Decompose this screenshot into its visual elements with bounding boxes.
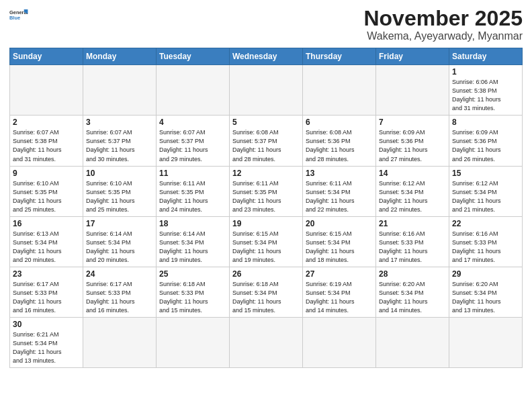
day-number: 21 bbox=[379, 219, 446, 228]
page: GeneralBlue November 2025 Wakema, Ayeyar… bbox=[0, 0, 532, 411]
day-number: 14 bbox=[379, 169, 446, 178]
day-info: Sunrise: 6:11 AM Sunset: 5:34 PM Dayligh… bbox=[306, 179, 373, 214]
week-row-4: 23Sunrise: 6:17 AM Sunset: 5:33 PM Dayli… bbox=[10, 267, 523, 317]
day-info: Sunrise: 6:21 AM Sunset: 5:34 PM Dayligh… bbox=[13, 330, 80, 365]
calendar-cell bbox=[376, 318, 449, 368]
calendar-cell: 14Sunrise: 6:12 AM Sunset: 5:34 PM Dayli… bbox=[376, 166, 449, 216]
calendar-cell bbox=[83, 65, 157, 116]
logo-icon: GeneralBlue bbox=[9, 7, 31, 23]
calendar-cell: 10Sunrise: 6:10 AM Sunset: 5:35 PM Dayli… bbox=[83, 166, 157, 216]
day-info: Sunrise: 6:18 AM Sunset: 5:33 PM Dayligh… bbox=[159, 280, 226, 315]
day-info: Sunrise: 6:16 AM Sunset: 5:33 PM Dayligh… bbox=[379, 230, 446, 265]
month-year-title: November 2025 bbox=[363, 7, 523, 30]
day-info: Sunrise: 6:07 AM Sunset: 5:37 PM Dayligh… bbox=[86, 128, 153, 163]
day-number: 22 bbox=[452, 219, 519, 228]
day-number: 7 bbox=[379, 118, 446, 127]
day-number: 8 bbox=[452, 118, 519, 127]
calendar-cell bbox=[83, 318, 157, 368]
day-number: 9 bbox=[13, 169, 80, 178]
calendar-cell: 20Sunrise: 6:15 AM Sunset: 5:34 PM Dayli… bbox=[303, 216, 376, 267]
day-number: 6 bbox=[306, 118, 373, 127]
calendar-cell: 9Sunrise: 6:10 AM Sunset: 5:35 PM Daylig… bbox=[10, 166, 83, 216]
calendar-cell: 24Sunrise: 6:17 AM Sunset: 5:33 PM Dayli… bbox=[83, 267, 157, 317]
header: GeneralBlue November 2025 Wakema, Ayeyar… bbox=[9, 7, 523, 42]
calendar-cell bbox=[303, 318, 376, 368]
day-number: 10 bbox=[86, 169, 153, 178]
calendar-cell: 18Sunrise: 6:14 AM Sunset: 5:34 PM Dayli… bbox=[157, 216, 230, 267]
calendar-cell bbox=[230, 318, 303, 368]
day-info: Sunrise: 6:15 AM Sunset: 5:34 PM Dayligh… bbox=[306, 230, 373, 265]
day-info: Sunrise: 6:12 AM Sunset: 5:34 PM Dayligh… bbox=[452, 179, 519, 214]
weekday-header-monday: Monday bbox=[83, 48, 157, 65]
calendar-cell: 15Sunrise: 6:12 AM Sunset: 5:34 PM Dayli… bbox=[449, 166, 523, 216]
calendar-cell bbox=[157, 318, 230, 368]
day-number: 17 bbox=[86, 219, 153, 228]
day-info: Sunrise: 6:13 AM Sunset: 5:34 PM Dayligh… bbox=[13, 230, 80, 265]
weekday-row: SundayMondayTuesdayWednesdayThursdayFrid… bbox=[10, 48, 523, 65]
calendar-cell: 11Sunrise: 6:11 AM Sunset: 5:35 PM Dayli… bbox=[157, 166, 230, 216]
calendar-cell bbox=[230, 65, 303, 116]
logo: GeneralBlue bbox=[9, 7, 31, 23]
calendar-cell: 27Sunrise: 6:19 AM Sunset: 5:34 PM Dayli… bbox=[303, 267, 376, 317]
week-row-5: 30Sunrise: 6:21 AM Sunset: 5:34 PM Dayli… bbox=[10, 318, 523, 368]
day-number: 11 bbox=[159, 169, 226, 178]
weekday-header-wednesday: Wednesday bbox=[230, 48, 303, 65]
day-number: 25 bbox=[159, 269, 226, 279]
calendar-cell bbox=[303, 65, 376, 116]
calendar-cell: 25Sunrise: 6:18 AM Sunset: 5:33 PM Dayli… bbox=[157, 267, 230, 317]
day-info: Sunrise: 6:07 AM Sunset: 5:38 PM Dayligh… bbox=[13, 128, 80, 163]
calendar-cell bbox=[10, 65, 83, 116]
calendar-cell: 21Sunrise: 6:16 AM Sunset: 5:33 PM Dayli… bbox=[376, 216, 449, 267]
calendar-cell: 6Sunrise: 6:08 AM Sunset: 5:36 PM Daylig… bbox=[303, 116, 376, 166]
calendar-cell: 30Sunrise: 6:21 AM Sunset: 5:34 PM Dayli… bbox=[10, 318, 83, 368]
calendar-table: SundayMondayTuesdayWednesdayThursdayFrid… bbox=[9, 48, 523, 368]
day-info: Sunrise: 6:15 AM Sunset: 5:34 PM Dayligh… bbox=[232, 230, 300, 265]
calendar-cell: 23Sunrise: 6:17 AM Sunset: 5:33 PM Dayli… bbox=[10, 267, 83, 317]
day-info: Sunrise: 6:17 AM Sunset: 5:33 PM Dayligh… bbox=[86, 280, 153, 315]
day-number: 2 bbox=[13, 118, 80, 127]
calendar-cell: 29Sunrise: 6:20 AM Sunset: 5:34 PM Dayli… bbox=[449, 267, 523, 317]
day-info: Sunrise: 6:18 AM Sunset: 5:34 PM Dayligh… bbox=[232, 280, 300, 315]
location-subtitle: Wakema, Ayeyarwady, Myanmar bbox=[363, 30, 523, 42]
calendar-cell bbox=[376, 65, 449, 116]
day-number: 23 bbox=[13, 269, 80, 279]
day-info: Sunrise: 6:11 AM Sunset: 5:35 PM Dayligh… bbox=[232, 179, 300, 214]
day-number: 20 bbox=[306, 219, 373, 228]
week-row-1: 2Sunrise: 6:07 AM Sunset: 5:38 PM Daylig… bbox=[10, 116, 523, 166]
day-number: 4 bbox=[159, 118, 226, 127]
weekday-header-tuesday: Tuesday bbox=[157, 48, 230, 65]
day-number: 16 bbox=[13, 219, 80, 228]
day-number: 13 bbox=[306, 169, 373, 178]
day-info: Sunrise: 6:16 AM Sunset: 5:33 PM Dayligh… bbox=[452, 230, 519, 265]
day-number: 28 bbox=[379, 269, 446, 279]
weekday-header-friday: Friday bbox=[376, 48, 449, 65]
day-number: 1 bbox=[452, 67, 519, 77]
day-info: Sunrise: 6:07 AM Sunset: 5:37 PM Dayligh… bbox=[159, 128, 226, 163]
day-info: Sunrise: 6:14 AM Sunset: 5:34 PM Dayligh… bbox=[159, 230, 226, 265]
day-info: Sunrise: 6:10 AM Sunset: 5:35 PM Dayligh… bbox=[86, 179, 153, 214]
weekday-header-thursday: Thursday bbox=[303, 48, 376, 65]
calendar-cell: 4Sunrise: 6:07 AM Sunset: 5:37 PM Daylig… bbox=[157, 116, 230, 166]
calendar-cell: 22Sunrise: 6:16 AM Sunset: 5:33 PM Dayli… bbox=[449, 216, 523, 267]
calendar-cell: 28Sunrise: 6:20 AM Sunset: 5:34 PM Dayli… bbox=[376, 267, 449, 317]
day-number: 30 bbox=[13, 320, 80, 329]
day-number: 5 bbox=[232, 118, 300, 127]
calendar-cell: 16Sunrise: 6:13 AM Sunset: 5:34 PM Dayli… bbox=[10, 216, 83, 267]
day-number: 27 bbox=[306, 269, 373, 279]
calendar-cell: 26Sunrise: 6:18 AM Sunset: 5:34 PM Dayli… bbox=[230, 267, 303, 317]
day-number: 3 bbox=[86, 118, 153, 127]
day-info: Sunrise: 6:10 AM Sunset: 5:35 PM Dayligh… bbox=[13, 179, 80, 214]
day-number: 29 bbox=[452, 269, 519, 279]
svg-text:Blue: Blue bbox=[9, 15, 20, 21]
day-number: 18 bbox=[159, 219, 226, 228]
calendar-cell: 3Sunrise: 6:07 AM Sunset: 5:37 PM Daylig… bbox=[83, 116, 157, 166]
calendar-cell: 8Sunrise: 6:09 AM Sunset: 5:36 PM Daylig… bbox=[449, 116, 523, 166]
calendar-cell: 7Sunrise: 6:09 AM Sunset: 5:36 PM Daylig… bbox=[376, 116, 449, 166]
title-block: November 2025 Wakema, Ayeyarwady, Myanma… bbox=[363, 7, 523, 42]
calendar-cell: 12Sunrise: 6:11 AM Sunset: 5:35 PM Dayli… bbox=[230, 166, 303, 216]
day-info: Sunrise: 6:12 AM Sunset: 5:34 PM Dayligh… bbox=[379, 179, 446, 214]
weekday-header-saturday: Saturday bbox=[449, 48, 523, 65]
calendar-cell: 2Sunrise: 6:07 AM Sunset: 5:38 PM Daylig… bbox=[10, 116, 83, 166]
day-info: Sunrise: 6:20 AM Sunset: 5:34 PM Dayligh… bbox=[452, 280, 519, 315]
calendar-header: SundayMondayTuesdayWednesdayThursdayFrid… bbox=[10, 48, 523, 65]
